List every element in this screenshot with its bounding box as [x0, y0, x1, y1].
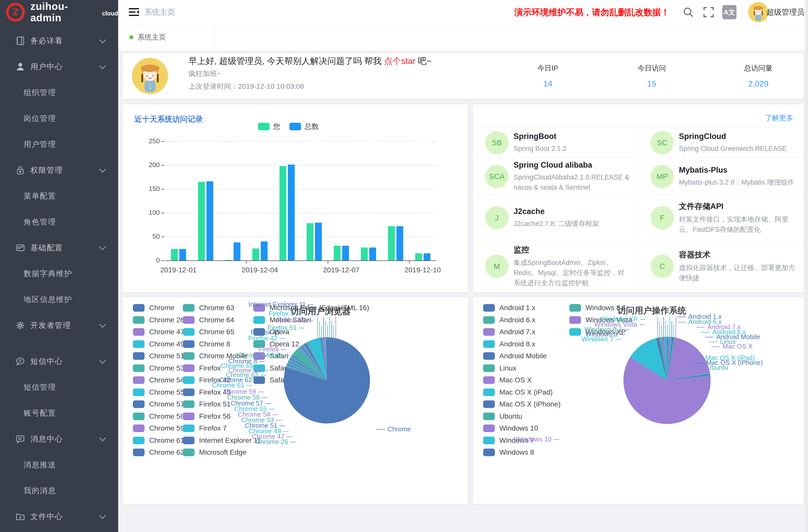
legend-item-Android 1.x[interactable]: Android 1.x: [483, 304, 535, 312]
legend-swatch: [133, 340, 145, 348]
gridline-100: [165, 213, 436, 213]
chevron-down-icon: [99, 512, 106, 519]
tech-cell-body: 容器技术虚拟化容器技术，让迁移、部署更加方便快捷: [679, 250, 795, 283]
menu-fold-icon[interactable]: [128, 6, 140, 18]
legend-swatch: [569, 316, 581, 324]
legend-item-Chrome 47[interactable]: Chrome 47: [133, 328, 184, 336]
legend-item-Windows 10[interactable]: Windows 10: [483, 424, 538, 432]
legend-item-Ubuntu[interactable]: Ubuntu: [483, 412, 522, 420]
legend-item-Chrome 62[interactable]: Chrome 62: [133, 448, 184, 456]
sidebar-item-数据字典维护[interactable]: 数据字典维护: [0, 261, 118, 287]
legend-item-Chrome 51[interactable]: Chrome 51: [133, 352, 184, 360]
legend-item-Firefox 56[interactable]: Firefox 56: [183, 412, 231, 420]
legend-item-Chrome[interactable]: Chrome: [133, 304, 175, 312]
sidebar-item-消息推送[interactable]: 消息推送: [0, 452, 118, 478]
sidebar-item-岗位管理[interactable]: 岗位管理: [0, 106, 118, 131]
legend-item-Chrome 64[interactable]: Chrome 64: [183, 316, 234, 324]
legend-item-Firefox 51[interactable]: Firefox 51: [183, 400, 231, 408]
legend-swatch: [183, 424, 195, 432]
language-icon[interactable]: A文: [722, 5, 736, 19]
legend-item-Android 7.x[interactable]: Android 7.x: [483, 328, 535, 336]
sidebar-item-用户中心[interactable]: 用户中心: [0, 54, 118, 80]
legend-swatch: [483, 412, 495, 420]
sidebar-item-组织管理[interactable]: 组织管理: [0, 80, 118, 106]
legend-item-Mac OS X (iPad)[interactable]: Mac OS X (iPad): [483, 388, 553, 396]
topbar: 系统主页 演示环境维护不易，请勿乱删乱改数据！ A文: [118, 0, 808, 24]
leader-line: [663, 317, 664, 340]
tech-desc: 集成SpringBootAdmin、Zipkin、Redis、Mysql、定时任…: [514, 258, 630, 288]
avatar[interactable]: [748, 2, 768, 22]
sidebar-item-开发者管理[interactable]: 开发者管理: [0, 312, 118, 338]
leader-line: [674, 325, 674, 340]
sidebar-item-务必详看[interactable]: 务必详看: [0, 28, 118, 54]
legend-item-Chrome 26[interactable]: Chrome 26: [133, 316, 184, 324]
legend-item-Mac OS X (iPhone)[interactable]: Mac OS X (iPhone): [483, 400, 561, 408]
legend-item-Microsoft Edge[interactable]: Microsoft Edge: [183, 448, 246, 456]
breadcrumb[interactable]: 系统主页: [145, 0, 175, 24]
tech-cell-body: SpringCloudSpring Cloud Greenwich.RELEAS…: [679, 132, 795, 154]
legend-label: Chrome 63: [199, 304, 234, 312]
legend-item-Internet Explorer 11[interactable]: Internet Explorer 11: [183, 436, 261, 444]
tech-desc: Spring Cloud Greenwich.RELEASE: [679, 144, 795, 154]
sidebar-item-用户管理[interactable]: 用户管理: [0, 131, 118, 157]
legend-swatch: [183, 328, 195, 336]
sidebar-item-菜单配置[interactable]: 菜单配置: [0, 183, 118, 209]
legend-item-Chrome 8[interactable]: Chrome 8: [183, 340, 230, 348]
tech-desc: Spring Boot 2.1.2: [514, 144, 630, 154]
fullscreen-icon[interactable]: [702, 6, 715, 18]
sidebar-item-消息中心[interactable]: 消息中心: [0, 426, 118, 452]
legend-item-Android 6.x[interactable]: Android 6.x: [483, 316, 535, 324]
learn-more-link[interactable]: 了解更多: [765, 113, 793, 123]
stat-总访问量: 总访问量2,029: [708, 53, 808, 89]
legend-item-Chrome 53[interactable]: Chrome 53: [133, 364, 184, 372]
search-icon[interactable]: [682, 6, 694, 18]
legend-swatch: [133, 304, 145, 312]
x-axis-tick: [246, 261, 247, 264]
legend-item-Chrome 61[interactable]: Chrome 61: [133, 436, 184, 444]
username[interactable]: 超级管理员: [766, 0, 805, 24]
chevron-down-icon: [99, 243, 106, 250]
legend-item-Android Mobile[interactable]: Android Mobile: [483, 352, 547, 360]
sidebar-item-文件中心[interactable]: 文件中心: [0, 503, 118, 530]
sidebar-item-基础配置[interactable]: 基础配置: [0, 235, 118, 261]
y-axis-label: 250: [134, 137, 160, 145]
legend-item-Chrome 55[interactable]: Chrome 55: [133, 388, 184, 396]
pie-label-Windows 10: Windows 10: [516, 435, 559, 443]
bar-总数-2019-12-02: [206, 181, 213, 260]
tab-active-dot: [129, 35, 133, 39]
bar-您-2019-12-10: [415, 253, 422, 260]
star-link[interactable]: 点个star: [384, 56, 416, 66]
legend-item-Chrome 54[interactable]: Chrome 54: [133, 376, 184, 384]
legend-item-Chrome 58[interactable]: Chrome 58: [133, 412, 184, 420]
legend-label: Mac OS X (iPhone): [499, 400, 561, 408]
tech-desc: 虚拟化容器技术，让迁移、部署更加方便快捷: [679, 263, 795, 283]
sidebar-item-账号配置[interactable]: 账号配置: [0, 400, 118, 426]
greeting-suffix: 吧~: [416, 56, 431, 66]
tab-home[interactable]: 系统主页: [118, 24, 215, 50]
legend-item-Chrome 65[interactable]: Chrome 65: [183, 328, 234, 336]
gridline-250: [165, 141, 436, 142]
legend-item-Linux[interactable]: Linux: [483, 364, 516, 372]
pie-label-Windows 7: Windows 7: [582, 335, 621, 343]
sidebar-item-地区信息维护[interactable]: 地区信息维护: [0, 287, 118, 312]
legend-item-Chrome 57[interactable]: Chrome 57: [133, 400, 184, 408]
lock-icon: [15, 165, 25, 175]
sidebar-item-角色管理[interactable]: 角色管理: [0, 209, 118, 235]
legend-item-Firefox 7[interactable]: Firefox 7: [183, 424, 227, 432]
legend-item-Android 8.x[interactable]: Android 8.x: [483, 340, 535, 348]
sidebar-item-权限管理[interactable]: 权限管理: [0, 157, 118, 183]
legend-item-Chrome 59[interactable]: Chrome 59: [133, 424, 184, 432]
sidebar-item-短信中心[interactable]: 短信中心: [0, 348, 118, 374]
legend-item-Firefox[interactable]: Firefox: [183, 364, 221, 372]
sidebar-item-短信管理[interactable]: 短信管理: [0, 374, 118, 400]
legend-label: Chrome 59: [149, 424, 184, 432]
bar-总数-2019-12-06: [315, 223, 322, 260]
legend-item-Chrome 49[interactable]: Chrome 49: [133, 340, 184, 348]
legend-item-Chrome 63[interactable]: Chrome 63: [183, 304, 234, 312]
scrollbar-track[interactable]: [805, 0, 808, 532]
stat-label: 今日IP: [497, 63, 599, 73]
legend-item-Windows 8[interactable]: Windows 8: [483, 448, 534, 456]
legend-item-Mac OS X[interactable]: Mac OS X: [483, 376, 532, 384]
gridline-150: [165, 189, 436, 189]
sidebar-item-我的消息[interactable]: 我的消息: [0, 478, 118, 503]
